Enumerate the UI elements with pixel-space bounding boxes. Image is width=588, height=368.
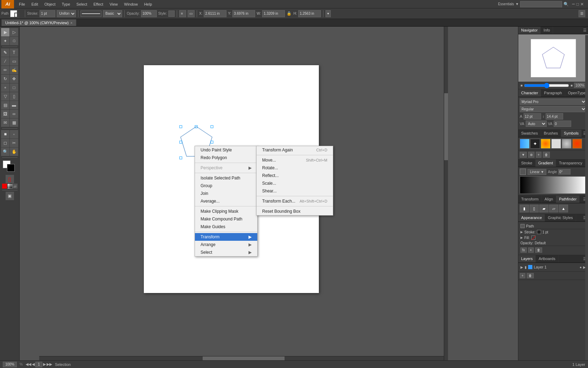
vertical-scrollbar[interactable] [444,27,448,360]
ctx-perspective[interactable]: Perspective ▶ [195,164,257,172]
ctx-isolate-selected[interactable]: Isolate Selected Path [195,174,257,182]
gradient-fill-swatch[interactable] [520,169,526,175]
new-symbol-button[interactable]: + [536,152,541,158]
hand-tool[interactable]: ✋ [10,148,18,156]
layers-tab[interactable]: Layers [518,255,536,263]
transparency-tab[interactable]: Transparency [556,159,586,167]
ctx-average[interactable]: Average... [195,197,257,205]
restore-button[interactable]: □ [576,2,579,7]
navigator-tab[interactable]: Navigator [518,27,541,34]
stroke-input[interactable] [40,10,55,17]
paintbrush-tool[interactable]: ✏ [1,66,9,74]
stroke-swatch[interactable] [14,13,19,18]
last-page-button[interactable]: ▶▶ [47,362,52,367]
color-mode[interactable] [2,184,7,189]
gradient-angle-input[interactable] [558,169,570,175]
pen-tool[interactable]: ✎ [1,48,9,57]
ctx-move[interactable]: Move... Shift+Ctrl+M [257,156,333,164]
brush-select[interactable]: Basic [103,10,122,17]
symbol-sprayer-tool[interactable]: ✉ [1,118,9,127]
symbols-tab[interactable]: Symbols [561,130,582,137]
graphic-styles-tab[interactable]: Graphic Styles [545,214,576,222]
fill-none-swatch[interactable] [531,236,536,240]
ctx-shear[interactable]: Shear... [257,187,333,195]
shape-builder-tool[interactable]: ▽ [1,92,9,101]
gradient-type-select[interactable]: Linear ▼ [527,169,546,175]
layer-lock-icon[interactable]: ▮ [525,265,527,269]
menu-type[interactable]: Type [59,1,73,7]
warp-tool[interactable]: ⚬ [1,83,9,92]
kerning-select[interactable]: Auto [526,121,547,127]
align-icon[interactable]: ≡ [179,10,186,17]
gradient-tab[interactable]: Gradient [536,159,556,167]
menu-file[interactable]: File [16,1,28,7]
ctx-scale[interactable]: Scale... [257,179,333,187]
ctx-arrange[interactable]: Arrange ▶ [195,241,257,248]
more-options-button[interactable]: ▾ [326,10,331,17]
type-tool[interactable]: T [10,48,18,57]
none-mode[interactable]: ▱ [13,184,18,189]
break-link-button[interactable]: ⊗ [528,152,534,158]
nav-zoom-slider[interactable] [524,84,569,87]
leading-input[interactable] [546,113,563,120]
stroke-color[interactable] [7,164,15,172]
symbol-6[interactable] [572,139,582,149]
ctx-make-compound-path[interactable]: Make Compound Path [195,215,257,223]
delete-symbol-button[interactable]: 🗑 [543,152,550,158]
menu-help[interactable]: Help [141,1,155,7]
h-input[interactable] [298,10,321,17]
x-input[interactable] [204,10,226,17]
uniform-select[interactable]: Uniform [57,10,76,17]
gradient-tool[interactable]: ▬ [10,101,18,109]
search-input[interactable] [520,1,562,7]
ctx-transform-again[interactable]: Transform Again Ctrl+D [257,146,333,154]
menu-view[interactable]: View [107,1,121,7]
layer-target-icon[interactable]: ● [580,265,582,269]
line-tool[interactable]: ∕ [1,57,9,66]
appearance-tab[interactable]: Appearance [518,214,545,222]
direct-selection-tool[interactable]: ▷ [10,28,18,36]
menu-effect[interactable]: Effect [91,1,106,7]
blend-tool[interactable]: ∞ [10,110,18,118]
y-input[interactable] [232,10,255,17]
brushes-tab[interactable]: Brushes [541,130,561,137]
first-page-button[interactable]: ◀◀ [26,362,31,367]
menu-object[interactable]: Object [42,1,58,7]
place-symbol-instance-button[interactable]: ▼ [520,152,527,158]
layer-1-row[interactable]: ▶ ▮ Layer 1 ● ▶ [520,264,587,270]
character-tab[interactable]: Character [518,89,541,97]
scissors-tool[interactable]: ✂ [10,139,18,147]
w-input[interactable] [262,10,285,17]
transform-icon[interactable]: ▭ [188,10,195,17]
ctx-make-clipping-mask[interactable]: Make Clipping Mask [195,207,257,215]
delete-layer-button[interactable]: 🗑 [527,273,534,278]
rotate-tool[interactable]: ↻ [1,75,9,83]
gradient-mode[interactable] [7,184,12,189]
zoom-tool[interactable]: 🔍 [1,148,9,156]
new-art-button[interactable]: + [528,247,534,253]
symbol-2[interactable]: ✦ [530,139,540,149]
scale-tool[interactable]: ✥ [10,75,18,83]
pathfinder-minus-front[interactable]: ▯ [530,205,539,212]
delete-item-button[interactable]: 🗑 [535,247,542,253]
symbol-4[interactable] [551,139,561,149]
horizontal-scrollbar[interactable] [39,356,448,360]
pathfinder-tab[interactable]: Pathfinder [556,196,580,203]
rect-tool[interactable]: ▭ [10,57,18,66]
opentype-tab[interactable]: OpenType [565,89,588,97]
ctx-reflect[interactable]: Reflect... [257,172,333,179]
pencil-tool[interactable]: ✍ [10,66,18,74]
panel-options-button[interactable]: ☰ [579,10,585,17]
perspective-tool[interactable]: ▯ [10,92,18,101]
font-family-select[interactable]: Myriad Pro [520,98,587,105]
ctx-rotate[interactable]: Rotate... [257,164,333,172]
prev-page-button[interactable]: ◀ [32,362,35,367]
pathfinder-exclude[interactable]: ▱ [549,205,558,212]
brush-stroke-line[interactable] [80,11,102,17]
layer-visibility-icon[interactable]: ▶ [520,265,523,269]
visibility-fill-icon[interactable]: ▶ [520,236,523,239]
lasso-tool[interactable]: ♲ [10,37,18,45]
symbol-3[interactable] [541,139,551,149]
info-tab[interactable]: Info [541,27,553,34]
magic-wand-tool[interactable]: ✦ [1,37,9,45]
